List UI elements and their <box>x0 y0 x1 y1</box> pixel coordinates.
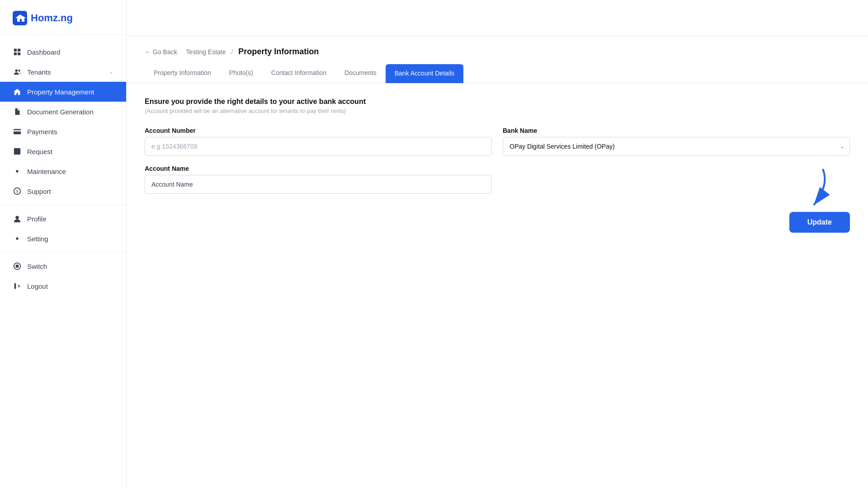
back-arrow-icon: ← <box>145 48 151 56</box>
main-content: ← Go Back Testing Estate / Property Info… <box>127 0 868 488</box>
tenants-chevron-icon: ⌄ <box>109 69 113 75</box>
bank-name-group: Bank Name OPay Digital Services Limited … <box>503 127 850 156</box>
sidebar-label-support: Support <box>27 188 113 195</box>
profile-icon <box>13 214 22 223</box>
go-back-label: Go Back <box>153 48 177 56</box>
page-header: ← Go Back Testing Estate / Property Info… <box>127 36 868 83</box>
tab-bank-account-details[interactable]: Bank Account Details <box>386 64 463 83</box>
form-notice: Ensure you provide the right details to … <box>145 98 850 114</box>
breadcrumb: ← Go Back Testing Estate / Property Info… <box>145 47 850 56</box>
svg-point-10 <box>15 216 19 219</box>
account-number-input[interactable] <box>145 137 492 156</box>
sidebar-label-property-management: Property Management <box>27 88 113 96</box>
form-row-1: Account Number Bank Name OPay Digital Se… <box>145 127 850 156</box>
logo-text: Homz.ng <box>31 12 73 24</box>
sidebar-item-support[interactable]: Support <box>0 181 126 201</box>
account-name-group: Account Name <box>145 165 492 194</box>
sidebar-item-maintenance[interactable]: Maintenance <box>0 161 126 181</box>
bank-name-label: Bank Name <box>503 127 850 134</box>
svg-point-13 <box>15 264 19 267</box>
sidebar-label-maintenance: Maintenance <box>27 168 113 175</box>
sidebar-label-request: Request <box>27 148 113 155</box>
svg-rect-8 <box>14 130 21 131</box>
sidebar-item-dashboard[interactable]: Dashboard <box>0 42 126 62</box>
go-back-button[interactable]: ← Go Back <box>145 48 177 56</box>
logout-icon <box>13 282 22 291</box>
sidebar-divider-1 <box>0 205 126 205</box>
svg-rect-3 <box>14 52 17 55</box>
property-management-icon <box>13 87 22 96</box>
sidebar-label-dashboard: Dashboard <box>27 48 113 56</box>
sidebar-label-logout: Logout <box>27 282 113 290</box>
svg-point-6 <box>18 70 20 72</box>
sidebar-item-logout[interactable]: Logout <box>0 276 126 296</box>
sidebar-item-property-management[interactable]: Property Management <box>0 82 126 102</box>
document-generation-icon <box>13 107 22 116</box>
sidebar-item-setting[interactable]: Setting <box>0 229 126 249</box>
svg-point-5 <box>15 70 18 72</box>
tab-property-information[interactable]: Property Information <box>145 64 220 83</box>
sidebar-divider-2 <box>0 252 126 253</box>
support-icon <box>13 187 22 196</box>
breadcrumb-separator-1 <box>181 48 183 56</box>
breadcrumb-current: Property Information <box>238 47 319 56</box>
svg-rect-4 <box>18 52 20 55</box>
logo-icon <box>13 11 27 25</box>
logo: Homz.ng <box>0 0 126 35</box>
form-row-2: Account Name <box>145 165 850 194</box>
tab-documents[interactable]: Documents <box>335 64 386 83</box>
svg-point-9 <box>16 170 18 172</box>
svg-rect-7 <box>14 129 21 135</box>
breadcrumb-estate: Testing Estate <box>186 48 226 56</box>
top-header <box>127 0 868 36</box>
update-btn-wrap: Update <box>789 212 850 233</box>
tab-bar: Property Information Photo(s) Contact In… <box>145 64 850 83</box>
tenants-icon <box>13 67 22 76</box>
action-row: Update <box>145 212 850 233</box>
sidebar-item-request[interactable]: Request <box>0 141 126 161</box>
sidebar-label-tenants: Tenants <box>27 68 104 76</box>
switch-icon <box>13 262 22 271</box>
sidebar-label-switch: Switch <box>27 263 113 270</box>
account-number-label: Account Number <box>145 127 492 134</box>
form-content: Ensure you provide the right details to … <box>127 83 868 247</box>
content-area: ← Go Back Testing Estate / Property Info… <box>127 36 868 488</box>
tab-photos[interactable]: Photo(s) <box>220 64 262 83</box>
sidebar-item-payments[interactable]: Payments <box>0 122 126 141</box>
sidebar-nav: Dashboard Tenants ⌄ Property Management … <box>0 35 126 488</box>
tab-contact-information[interactable]: Contact Information <box>262 64 335 83</box>
dashboard-icon <box>13 47 22 56</box>
account-number-group: Account Number <box>145 127 492 156</box>
sidebar-item-tenants[interactable]: Tenants ⌄ <box>0 62 126 82</box>
bank-name-placeholder-group <box>503 165 850 194</box>
update-button[interactable]: Update <box>789 212 850 233</box>
sidebar-label-document-generation: Document Generation <box>27 108 113 116</box>
request-icon <box>13 147 22 156</box>
sidebar-item-switch[interactable]: Switch <box>0 256 126 276</box>
sidebar-item-document-generation[interactable]: Document Generation <box>0 102 126 122</box>
sidebar-label-payments: Payments <box>27 128 113 136</box>
payments-icon <box>13 127 22 136</box>
svg-rect-2 <box>18 49 20 52</box>
setting-icon <box>13 234 22 243</box>
form-notice-sub: (Account provided will be an alternative… <box>145 108 850 114</box>
account-name-label: Account Name <box>145 165 492 172</box>
form-notice-title: Ensure you provide the right details to … <box>145 98 850 106</box>
sidebar-label-profile: Profile <box>27 215 113 223</box>
account-name-input[interactable] <box>145 175 492 194</box>
sidebar-label-setting: Setting <box>27 235 113 243</box>
bank-name-select[interactable]: OPay Digital Services Limited (OPay) <box>503 137 850 156</box>
sidebar: Homz.ng Dashboard Tenants ⌄ Property Man… <box>0 0 127 488</box>
bank-name-select-wrap: OPay Digital Services Limited (OPay) ⌄ <box>503 137 850 156</box>
breadcrumb-slash: / <box>230 48 235 56</box>
maintenance-icon <box>13 167 22 176</box>
svg-point-11 <box>16 237 18 239</box>
svg-rect-1 <box>14 49 17 52</box>
sidebar-item-profile[interactable]: Profile <box>0 209 126 229</box>
